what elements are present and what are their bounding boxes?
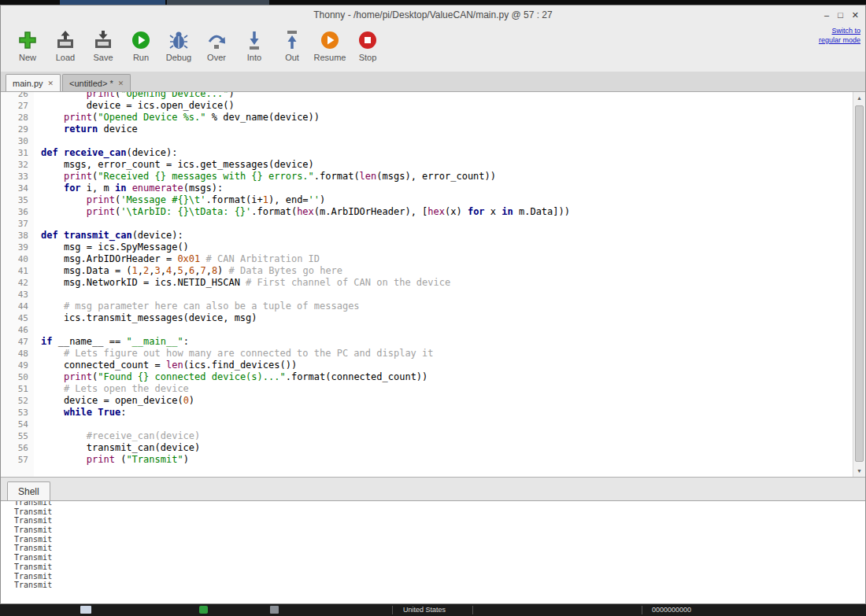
- code-line: print("Received {} messages with {} erro…: [41, 171, 853, 183]
- load-file-icon: [55, 30, 76, 50]
- shell-output-line: Transmit: [14, 535, 865, 544]
- line-number: 43: [1, 289, 28, 301]
- shell-tab[interactable]: Shell: [7, 481, 50, 500]
- taskbar-app-icon[interactable]: [199, 606, 208, 614]
- debug-button[interactable]: Debug: [160, 28, 198, 62]
- code-line: [41, 135, 853, 147]
- minimize-icon[interactable]: –: [824, 11, 829, 20]
- taskbar-counter: 0000000000: [652, 606, 691, 614]
- toolbar-button-label: New: [19, 53, 36, 62]
- code-line: [41, 324, 853, 336]
- tab-label: <untitled> *: [69, 79, 113, 88]
- code-line: print("Opening Device..."): [41, 91, 853, 100]
- keyboard-layout-indicator[interactable]: United States: [403, 606, 446, 614]
- line-number: 41: [1, 265, 28, 277]
- editor-tab-0[interactable]: main.py✕: [6, 74, 61, 91]
- over-button[interactable]: Over: [198, 28, 235, 62]
- tab-close-icon[interactable]: ✕: [118, 79, 124, 87]
- line-number: 55: [1, 430, 28, 442]
- window-controls: – □ ✕: [824, 6, 859, 24]
- step-into-icon: [244, 30, 265, 50]
- code-line: while True:: [41, 407, 853, 419]
- code-line: #receive_can(device): [41, 430, 853, 442]
- line-number: 45: [1, 312, 28, 324]
- stop-button[interactable]: Stop: [349, 28, 387, 62]
- stop-icon: [357, 30, 378, 50]
- code-line: for i, m in enumerate(msgs):: [41, 183, 853, 194]
- code-line: print ("Transmit"): [41, 454, 853, 466]
- top-strip-segment: [167, 0, 269, 5]
- close-icon[interactable]: ✕: [852, 11, 859, 20]
- toolbar-button-label: Save: [93, 53, 113, 62]
- window-title: Thonny - /home/pi/Desktop/ValueCAN/main.…: [313, 9, 552, 20]
- save-button[interactable]: Save: [84, 28, 122, 62]
- line-number: 29: [1, 124, 28, 135]
- shell-output-line: Transmit: [14, 581, 865, 590]
- code-editor[interactable]: 2627282930313233343536373839404142434445…: [1, 91, 865, 477]
- line-number: 33: [1, 171, 28, 183]
- shell-output-line: Transmit: [14, 500, 865, 507]
- shell-output-line: Transmit: [14, 553, 865, 563]
- toolbar-button-label: Over: [207, 53, 226, 62]
- code-line: ics.transmit_messages(device, msg): [41, 312, 853, 324]
- taskbar-app-icon[interactable]: [80, 606, 91, 614]
- toolbar-button-label: Out: [285, 53, 299, 62]
- maximize-icon[interactable]: □: [838, 11, 843, 20]
- title-bar[interactable]: Thonny - /home/pi/Desktop/ValueCAN/main.…: [1, 6, 865, 24]
- thonny-window: Thonny - /home/pi/Desktop/ValueCAN/main.…: [0, 5, 866, 604]
- line-number: 31: [1, 147, 28, 159]
- code-line: print('Message #{}\t'.format(i+1), end='…: [41, 194, 853, 206]
- line-number: 38: [1, 230, 28, 242]
- editor-scrollbar[interactable]: ▲ ▼: [853, 92, 865, 477]
- line-number: 32: [1, 159, 28, 171]
- new-button[interactable]: New: [9, 28, 46, 62]
- scroll-down-icon[interactable]: ▼: [853, 465, 865, 477]
- code-line: def receive_can(device):: [41, 147, 853, 159]
- mode-link-line2: regular mode: [819, 36, 860, 46]
- shell-header: Shell: [1, 477, 865, 500]
- step-out-icon: [282, 30, 302, 50]
- scroll-up-icon[interactable]: ▲: [853, 92, 865, 104]
- load-button[interactable]: Load: [46, 28, 84, 62]
- new-file-plus-icon: [17, 30, 38, 50]
- shell-output-line: Transmit: [14, 544, 865, 553]
- code-line: msg = ics.SpyMessage(): [41, 242, 853, 253]
- desktop-screen: Thonny - /home/pi/Desktop/ValueCAN/main.…: [0, 0, 866, 616]
- switch-to-regular-mode-link[interactable]: Switch to regular mode: [819, 27, 860, 45]
- line-number: 40: [1, 253, 28, 265]
- code-line: print("Opened Device %s." % dev_name(dev…: [41, 112, 853, 124]
- shell-output[interactable]: TransmitTransmitTransmitTransmitTransmit…: [1, 500, 865, 603]
- out-button[interactable]: Out: [273, 28, 311, 62]
- resume-play-icon: [320, 30, 340, 50]
- into-button[interactable]: Into: [235, 28, 273, 62]
- editor-tab-1[interactable]: <untitled> *✕: [62, 74, 131, 91]
- run-play-icon: [131, 30, 151, 50]
- code-line: msg.NetworkID = ics.NETID_HSCAN # First …: [41, 277, 853, 289]
- tab-close-icon[interactable]: ✕: [48, 79, 54, 87]
- line-number: 48: [1, 348, 28, 360]
- line-number: 28: [1, 112, 28, 124]
- code-line: # Lets figure out how many are connected…: [41, 348, 853, 360]
- line-number: 36: [1, 206, 28, 218]
- code-line: device = ics.open_device(): [41, 100, 853, 112]
- run-button[interactable]: Run: [122, 28, 160, 62]
- shell-output-line: Transmit: [14, 507, 865, 517]
- line-number: 42: [1, 277, 28, 289]
- toolbar: NewLoadSaveRunDebugOverIntoOutResumeStop…: [1, 24, 865, 72]
- code-line: msg.ArbIDOrHeader = 0x01 # CAN Arbitrati…: [41, 253, 853, 265]
- code-line: [41, 419, 853, 430]
- taskbar-app-icon[interactable]: [270, 606, 279, 614]
- code-line: if __name__ == "__main__":: [41, 336, 853, 348]
- mode-link-line1: Switch to: [819, 27, 860, 36]
- resume-button[interactable]: Resume: [311, 28, 349, 62]
- code-line: transmit_can(device): [41, 442, 853, 454]
- code-line: connected_count = len(ics.find_devices()…: [41, 360, 853, 371]
- editor-tab-bar: main.py✕<untitled> *✕: [1, 72, 865, 91]
- line-number: 26: [1, 91, 28, 100]
- code-line: return device: [41, 124, 853, 135]
- editor-viewport: 2627282930313233343536373839404142434445…: [1, 91, 853, 477]
- taskbar-separator: [392, 606, 393, 614]
- code-area[interactable]: print("Opening Device...") device = ics.…: [34, 91, 853, 477]
- scrollbar-thumb[interactable]: [855, 105, 864, 462]
- toolbar-button-label: Debug: [166, 53, 191, 62]
